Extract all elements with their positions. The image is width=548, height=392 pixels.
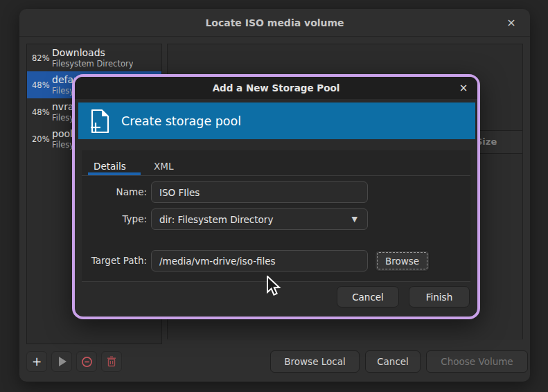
pool-type: Filesystem Directory	[52, 59, 133, 69]
stop-pool-button[interactable]	[76, 351, 97, 372]
add-storage-pool-dialog: Add a New Storage Pool × Create storage …	[72, 74, 480, 319]
chevron-down-icon: ▼	[352, 215, 357, 224]
type-dropdown-value: dir: Filesystem Directory	[159, 214, 273, 225]
name-input[interactable]	[151, 181, 368, 203]
browse-label: Browse	[385, 256, 419, 267]
name-label: Name:	[75, 181, 147, 203]
dialog-close-icon[interactable]: ×	[457, 81, 470, 95]
plus-icon: +	[32, 355, 42, 368]
dialog-title: Add a New Storage Pool	[213, 82, 340, 93]
pool-percent: 20%	[27, 134, 52, 144]
window-title: Locate ISO media volume	[205, 17, 344, 28]
stop-circle-icon	[81, 356, 93, 368]
cancel-button[interactable]: Cancel	[365, 350, 421, 373]
dialog-tab-divider	[82, 175, 470, 176]
choose-volume-label: Choose Volume	[441, 356, 513, 367]
window-close-icon[interactable]: ×	[504, 15, 519, 30]
new-document-icon	[89, 109, 110, 134]
dialog-finish-button[interactable]: Finish	[409, 286, 470, 308]
browse-local-button[interactable]: Browse Local	[270, 350, 360, 373]
play-icon	[59, 357, 67, 366]
dialog-titlebar: Add a New Storage Pool	[75, 77, 477, 99]
pool-percent: 48%	[27, 80, 52, 90]
add-pool-button[interactable]: +	[26, 351, 47, 372]
dialog-tab-xml[interactable]: XML	[154, 161, 173, 172]
browse-local-label: Browse Local	[284, 356, 345, 367]
type-label: Type:	[75, 208, 147, 230]
dialog-cancel-label: Cancel	[352, 292, 384, 303]
browse-button[interactable]: Browse	[375, 250, 430, 271]
pool-name: Downloads	[52, 47, 133, 59]
pool-percent: 48%	[27, 107, 52, 117]
target-path-input[interactable]	[151, 250, 368, 271]
banner-text: Create storage pool	[121, 114, 241, 128]
create-storage-pool-banner: Create storage pool	[78, 103, 475, 139]
dialog-finish-label: Finish	[426, 292, 452, 303]
choose-volume-button[interactable]: Choose Volume	[426, 350, 528, 373]
cancel-label: Cancel	[377, 356, 409, 367]
window-titlebar: Locate ISO media volume	[19, 9, 530, 37]
dialog-tab-details[interactable]: Details	[94, 161, 126, 172]
trash-icon	[107, 356, 116, 367]
start-pool-button[interactable]	[51, 351, 72, 372]
dialog-tab-active-indicator	[88, 172, 141, 175]
pool-row-downloads[interactable]: 82% Downloads Filesystem Directory	[27, 44, 161, 71]
target-path-label: Target Path:	[75, 250, 147, 271]
type-dropdown[interactable]: dir: Filesystem Directory ▼	[151, 208, 368, 230]
pool-percent: 82%	[27, 53, 52, 63]
dialog-cancel-button[interactable]: Cancel	[337, 286, 399, 308]
delete-pool-button[interactable]	[101, 351, 122, 372]
